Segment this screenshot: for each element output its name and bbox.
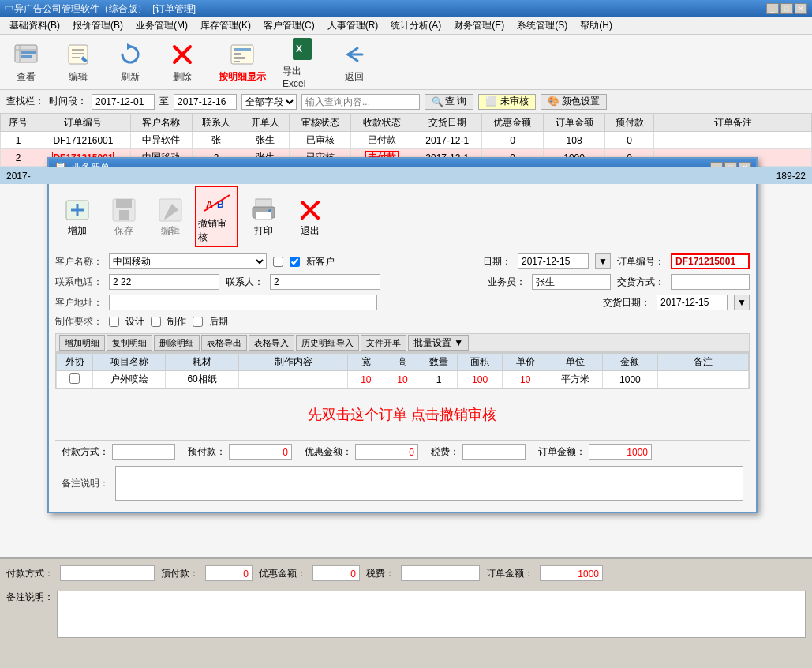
color-settings-button[interactable]: 🎨 颜色设置	[541, 94, 607, 110]
phone-input[interactable]	[109, 274, 219, 290]
modal-print-btn[interactable]: 打印	[241, 193, 285, 240]
modal-toolbar: 增加 保存	[55, 182, 750, 253]
tool-refresh[interactable]: 刷新	[110, 40, 150, 84]
menu-hr[interactable]: 人事管理(R)	[321, 17, 385, 34]
tool-edit[interactable]: 编辑	[58, 40, 98, 84]
col-content: 制作内容	[238, 354, 347, 371]
tool-delete[interactable]: 删除	[163, 40, 202, 84]
req-make-checkbox[interactable]	[151, 317, 161, 327]
payment-label: 付款方式：	[62, 445, 109, 459]
app-title: 中异广告公司管理软件（综合版）- [订单管理]	[5, 2, 196, 16]
bottom-amount-value: 1000	[540, 565, 603, 581]
svg-rect-14	[234, 48, 251, 51]
add-detail-btn[interactable]: 增加明细	[59, 335, 105, 351]
detail-row[interactable]: 户外喷绘 60相纸 10 10 1 100 10 平方米 1000	[57, 371, 749, 388]
modal-cancel-audit-btn[interactable]: A B 撤销审核	[195, 186, 238, 247]
modal-exit-label: 退出	[301, 224, 320, 238]
tool-back-label: 返回	[345, 70, 364, 84]
order-no-input[interactable]	[671, 253, 750, 269]
menu-stats[interactable]: 统计分析(A)	[384, 17, 447, 34]
close-btn[interactable]: ✕	[795, 3, 807, 14]
date-to-input[interactable]	[174, 94, 237, 110]
bottom-remarks-input[interactable]	[57, 591, 806, 638]
delete-icon	[168, 40, 196, 69]
bottom-tax-input[interactable]	[401, 565, 480, 581]
maximize-btn[interactable]: □	[780, 3, 793, 14]
col-seq: 序号	[1, 114, 36, 132]
col-contact: 联系人	[192, 114, 241, 132]
salesperson-input[interactable]	[532, 274, 611, 290]
edit2-icon	[156, 196, 185, 224]
menu-help[interactable]: 帮助(H)	[574, 17, 619, 34]
date-input[interactable]	[518, 253, 589, 269]
detail-toolbar: 增加明细 复制明细 删除明细 表格导出 表格导入 历史明细导入 文件开单 批量设…	[55, 333, 750, 352]
req-post-checkbox[interactable]	[193, 317, 203, 327]
tax-input[interactable]	[462, 444, 526, 460]
search-icon: 🔍	[432, 96, 443, 107]
menu-system[interactable]: 系统管理(S)	[511, 17, 574, 34]
tool-view[interactable]: 查看	[6, 40, 46, 84]
outer-status: 付款方式： 预付款： 0 优惠金额： 0 税费： 订单金额： 1000 备注说明…	[0, 557, 812, 668]
form-row-customer: 客户名称： 中国移动 新客户 日期： ▼ 订单编号：	[55, 253, 750, 269]
menu-quote[interactable]: 报价管理(B)	[66, 17, 129, 34]
unreviewed-button[interactable]: ⬜ 未审核	[478, 94, 535, 110]
col-detail-remark: 备注	[657, 354, 748, 371]
customer-select[interactable]: 中国移动	[109, 253, 267, 269]
field-select[interactable]: 全部字段	[241, 94, 297, 110]
detail-table-container: 外协 项目名称 耗材 制作内容 宽 高 数量 面积 单价 单位	[55, 352, 750, 389]
batch-settings-btn[interactable]: 批量设置 ▼	[408, 335, 469, 351]
svg-rect-16	[234, 57, 245, 59]
remarks-input[interactable]	[115, 466, 743, 501]
svg-rect-3	[21, 51, 36, 54]
col-prepay: 预付款	[605, 114, 654, 132]
menu-finance[interactable]: 财务管理(E)	[447, 17, 511, 34]
history-import-btn[interactable]: 历史明细导入	[296, 335, 359, 351]
to-label: 至	[159, 95, 169, 108]
search-button[interactable]: 🔍 查 询	[425, 94, 473, 110]
delivery-method-input[interactable]	[671, 274, 750, 290]
new-customer-checkbox[interactable]	[273, 257, 283, 267]
summary-bar: 付款方式： 预付款： 0 优惠金额： 0 税费：	[55, 440, 750, 463]
open-file-btn[interactable]: 文件开单	[361, 335, 406, 351]
table-row[interactable]: 1 DF171216001 中异软件 张 张生 已审核 已付款 2017-12-…	[1, 132, 812, 149]
menu-business[interactable]: 业务管理(M)	[129, 17, 194, 34]
col-pay: 收款状态	[351, 114, 413, 132]
date-label: 日期：	[483, 255, 511, 268]
discount-label: 优惠金额：	[305, 445, 352, 459]
order-amount-field: 订单金额： 1000	[538, 444, 652, 460]
date-from-input[interactable]	[92, 94, 155, 110]
minimize-btn[interactable]: _	[766, 3, 779, 14]
excel-icon: X	[288, 35, 316, 63]
back-icon	[340, 40, 369, 69]
payment-input[interactable]	[112, 444, 175, 460]
refresh-icon	[116, 40, 144, 69]
table-import-btn[interactable]: 表格导入	[249, 335, 294, 351]
address-input[interactable]	[109, 295, 377, 310]
delivery-date-input[interactable]	[657, 295, 728, 310]
date-picker-btn[interactable]: ▼	[595, 253, 611, 269]
search-input[interactable]	[301, 94, 420, 110]
copy-detail-btn[interactable]: 复制明细	[107, 335, 152, 351]
tool-back[interactable]: 返回	[335, 40, 374, 84]
modal-exit-btn[interactable]: 退出	[288, 193, 331, 240]
svg-text:X: X	[296, 43, 302, 54]
menu-bar: 基础资料(B) 报价管理(B) 业务管理(M) 库存管理(K) 客户管理(C) …	[0, 17, 812, 35]
req-design-checkbox[interactable]	[109, 317, 119, 327]
tool-detail[interactable]: 按明细显示	[215, 40, 270, 84]
delete-detail-btn[interactable]: 删除明细	[154, 335, 200, 351]
tool-excel[interactable]: X 导出Excel	[283, 35, 322, 89]
bottom-tax-label: 税费：	[366, 567, 395, 580]
tax-label: 税费：	[431, 445, 459, 459]
modal-add-btn[interactable]: 增加	[55, 193, 99, 240]
title-bar: 中异广告公司管理软件（综合版）- [订单管理] _ □ ✕	[0, 0, 812, 17]
bottom-payment-input[interactable]	[60, 565, 155, 581]
table-export-btn[interactable]: 表格导出	[201, 335, 247, 351]
menu-inventory[interactable]: 库存管理(K)	[194, 17, 257, 34]
new-customer-checkbox2[interactable]	[290, 257, 300, 267]
menu-basics[interactable]: 基础资料(B)	[3, 17, 66, 34]
delivery-date-picker-btn[interactable]: ▼	[734, 295, 750, 310]
menu-customer[interactable]: 客户管理(C)	[257, 17, 321, 34]
contact-input[interactable]	[270, 274, 380, 290]
main-window: 基础资料(B) 报价管理(B) 业务管理(M) 库存管理(K) 客户管理(C) …	[0, 17, 812, 668]
outsource-checkbox[interactable]	[69, 373, 80, 384]
